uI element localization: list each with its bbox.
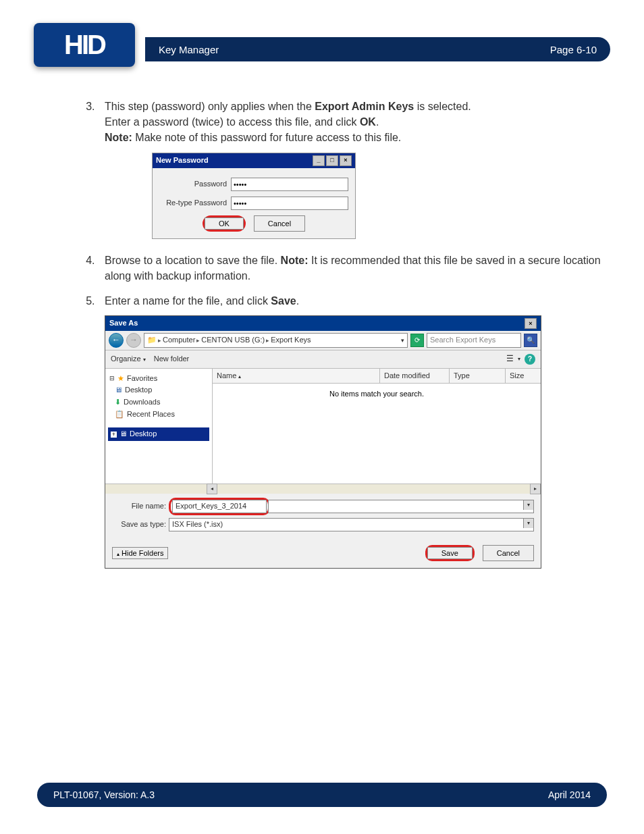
cancel-button[interactable]: Cancel bbox=[254, 215, 305, 232]
folder-icon: 📁 bbox=[147, 335, 157, 346]
tree-item-desktop[interactable]: 🖥 Desktop bbox=[113, 384, 209, 396]
refresh-icon[interactable]: ⟳ bbox=[410, 334, 424, 347]
folder-tree[interactable]: ⊟ ★ Favorites 🖥 Desktop ⬇ Downloads bbox=[105, 369, 213, 484]
chevron-down-icon[interactable]: ▾ bbox=[518, 355, 520, 363]
minimize-icon[interactable]: _ bbox=[313, 155, 325, 166]
download-icon: ⬇ bbox=[115, 397, 121, 408]
tree-label: Recent Places bbox=[127, 409, 175, 420]
breadcrumb-item[interactable]: Computer bbox=[163, 335, 195, 346]
file-list[interactable]: Name ▴ Date modified Type Size No items … bbox=[213, 369, 541, 484]
tree-item-downloads[interactable]: ⬇ Downloads bbox=[113, 396, 209, 409]
text: Enter a password (twice) to access this … bbox=[105, 116, 360, 128]
toolbar: Organize ▾ New folder ☰ ▾ ? bbox=[105, 350, 541, 368]
tree-item-recent[interactable]: 📋 Recent Places bbox=[113, 409, 209, 421]
hide-folders-button[interactable]: ▴ Hide Folders bbox=[112, 547, 168, 559]
save-button[interactable]: Save bbox=[427, 547, 473, 559]
retype-password-input[interactable] bbox=[231, 197, 348, 210]
back-button[interactable]: ← bbox=[109, 333, 124, 348]
chevron-right-icon: ▸ bbox=[196, 336, 200, 345]
view-icon[interactable]: ☰ bbox=[506, 353, 514, 365]
star-icon: ★ bbox=[117, 373, 124, 384]
bold-text: OK bbox=[360, 116, 376, 128]
doc-version: PLT-01067, Version: A.3 bbox=[53, 789, 155, 800]
tree-label: Downloads bbox=[124, 397, 160, 408]
save-as-dialog: Save As × ← → 📁 ▸ Computer ▸ CENTON USB … bbox=[105, 315, 541, 568]
ok-highlight: OK bbox=[203, 215, 246, 232]
bold-text: Export Admin Keys bbox=[315, 101, 414, 112]
content-area: This step (password) only applies when t… bbox=[37, 88, 607, 579]
organize-menu[interactable]: Organize ▾ bbox=[111, 354, 146, 365]
dialog-title: New Password bbox=[156, 155, 209, 166]
h-scrollbar[interactable]: ◂ ▸ bbox=[105, 484, 541, 494]
expand-icon[interactable]: + bbox=[111, 432, 117, 438]
tree-label: Favorites bbox=[127, 373, 157, 384]
text: . bbox=[376, 116, 379, 128]
save-type-label: Save as type: bbox=[112, 519, 166, 530]
note-label: Note: bbox=[105, 132, 132, 143]
expand-icon[interactable]: ⊟ bbox=[109, 374, 115, 383]
chevron-right-icon: ▸ bbox=[266, 336, 269, 345]
file-fields: File name: Export_Keys_3_2014 ▾ Save as … bbox=[105, 494, 541, 538]
dropdown-icon[interactable]: ▾ bbox=[401, 336, 404, 345]
new-folder-button[interactable]: New folder bbox=[154, 354, 190, 365]
bold-text: Save bbox=[271, 295, 296, 307]
help-icon[interactable]: ? bbox=[525, 354, 535, 365]
step-4: Browse to a location to save the file. N… bbox=[98, 253, 607, 284]
scroll-right-icon[interactable]: ▸ bbox=[530, 484, 541, 494]
retype-password-row: Re-type Password bbox=[159, 197, 348, 210]
password-row: Password bbox=[159, 178, 348, 191]
chevron-right-icon: ▸ bbox=[158, 336, 161, 345]
cancel-button[interactable]: Cancel bbox=[483, 545, 534, 561]
text: This step (password) only applies when t… bbox=[105, 101, 315, 112]
dropdown-icon[interactable]: ▾ bbox=[523, 500, 533, 510]
save-type-select[interactable]: ISX Files (*.isx) ▾ bbox=[169, 518, 534, 531]
forward-button[interactable]: → bbox=[126, 333, 141, 348]
filename-highlight: Export_Keys_3_2014 bbox=[169, 498, 270, 515]
step-3: This step (password) only applies when t… bbox=[98, 99, 607, 239]
page-header: Key Manager Page 6-10 bbox=[145, 37, 610, 61]
tree-item-desktop-selected[interactable]: + 🖥 Desktop bbox=[108, 427, 209, 441]
dialog-titlebar[interactable]: Save As × bbox=[105, 316, 541, 331]
favorites-section[interactable]: ⊟ ★ Favorites bbox=[108, 373, 209, 385]
dropdown-icon[interactable]: ▾ bbox=[523, 519, 533, 528]
recent-icon: 📋 bbox=[115, 409, 124, 420]
retype-password-label: Re-type Password bbox=[159, 198, 227, 209]
note-label: Note: bbox=[281, 255, 308, 266]
logo-text: HID bbox=[64, 30, 105, 60]
desktop-icon: 🖥 bbox=[119, 429, 127, 440]
search-input[interactable]: Search Export Keys bbox=[427, 333, 521, 348]
text: . bbox=[296, 295, 299, 307]
breadcrumb[interactable]: 📁 ▸ Computer ▸ CENTON USB (G:) ▸ Export … bbox=[144, 333, 408, 348]
file-name-label: File name: bbox=[112, 501, 166, 512]
page-number: Page 6-10 bbox=[550, 44, 597, 55]
scroll-left-icon[interactable]: ◂ bbox=[207, 484, 217, 494]
doc-date: April 2014 bbox=[548, 789, 591, 800]
dialog-bottom: ▴ Hide Folders Save Cancel bbox=[105, 538, 541, 568]
search-icon[interactable]: 🔍 bbox=[524, 334, 537, 347]
password-label: Password bbox=[159, 179, 227, 190]
nav-bar: ← → 📁 ▸ Computer ▸ CENTON USB (G:) ▸ Exp… bbox=[105, 331, 541, 350]
file-name-value: Export_Keys_3_2014 bbox=[176, 501, 246, 512]
text: is selected. bbox=[414, 101, 471, 112]
instruction-list: This step (password) only applies when t… bbox=[71, 99, 607, 569]
close-icon[interactable]: × bbox=[525, 318, 537, 329]
breadcrumb-item[interactable]: CENTON USB (G:) bbox=[201, 335, 265, 346]
note-text: Make note of this password for future ac… bbox=[132, 132, 401, 143]
breadcrumb-item[interactable]: Export Keys bbox=[271, 335, 311, 346]
dialog-titlebar[interactable]: New Password _ □ × bbox=[153, 153, 355, 168]
section-title: Key Manager bbox=[159, 44, 219, 55]
maximize-icon[interactable]: □ bbox=[326, 155, 338, 166]
ok-button[interactable]: OK bbox=[205, 217, 244, 230]
text: Browse to a location to save the file. bbox=[105, 255, 281, 266]
close-icon[interactable]: × bbox=[340, 155, 352, 166]
dialog-buttons: OK Cancel bbox=[159, 215, 348, 232]
file-name-input[interactable]: Export_Keys_3_2014 bbox=[172, 500, 267, 513]
text: Enter a name for the file, and click bbox=[105, 295, 271, 307]
brand-logo: HID bbox=[34, 23, 135, 67]
save-highlight: Save bbox=[425, 545, 475, 561]
chevron-up-icon: ▴ bbox=[117, 551, 119, 557]
password-input[interactable] bbox=[231, 178, 348, 191]
file-name-input-ext[interactable]: ▾ bbox=[268, 500, 534, 513]
chevron-down-icon: ▾ bbox=[143, 357, 146, 363]
empty-message: No items match your search. bbox=[213, 369, 541, 484]
